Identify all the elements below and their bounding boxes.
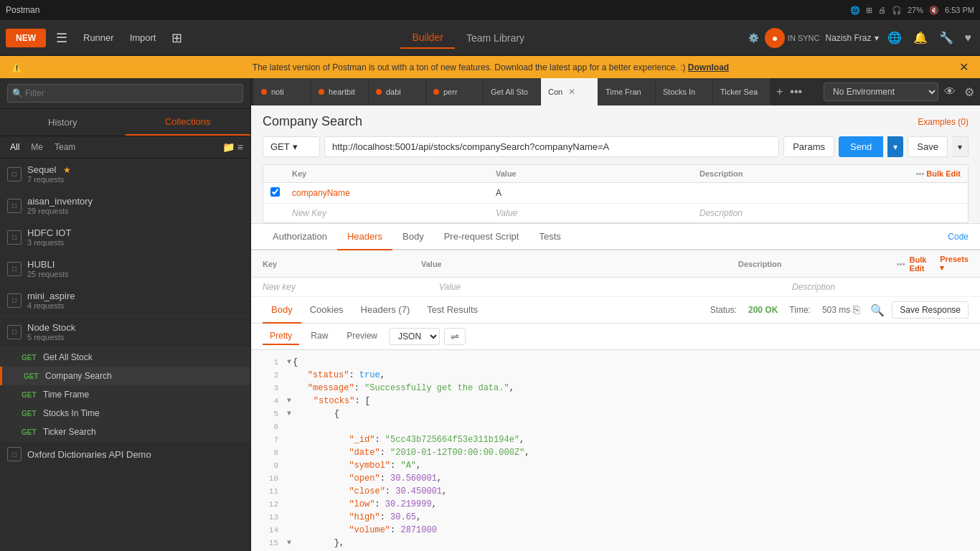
param-checkbox[interactable] [270, 187, 280, 197]
json-line: 12 "low": 30.219999, [251, 498, 980, 511]
save-button[interactable]: Save [908, 136, 948, 157]
clock: 6:53 PM [945, 6, 974, 14]
raw-view-button[interactable]: Raw [303, 328, 335, 345]
wrap-button[interactable]: ⇌ [444, 328, 466, 345]
collection-item-oxford[interactable]: □ Oxford Dictionaries API Demo [0, 441, 250, 468]
send-button[interactable]: Send [839, 136, 883, 157]
collection-item-sequel[interactable]: □ Sequel ★ 7 requests [0, 159, 250, 190]
request-item-get-all-stock[interactable]: GET Get All Stock [0, 348, 250, 367]
team-library-tab[interactable]: Team Library [455, 27, 536, 49]
env-settings-button[interactable]: ⚙ [961, 83, 977, 102]
tab-dabi[interactable]: dabi [369, 78, 426, 105]
history-tab[interactable]: History [0, 109, 126, 136]
sidebar-tabs: History Collections [0, 109, 250, 136]
collection-item-node-stock[interactable]: □ Node Stock 5 requests [0, 316, 250, 348]
url-input[interactable] [324, 136, 779, 157]
tab-label: perr [443, 88, 458, 96]
sync-button[interactable]: ● IN SYNC [765, 28, 820, 48]
pretty-view-button[interactable]: Pretty [263, 328, 299, 345]
collection-item-mini-aspire[interactable]: □ mini_aspire 4 requests [0, 285, 250, 316]
tabs-bar: noti heartbit dabi perr Get All Sto Con … [251, 78, 980, 105]
request-title: Company Search [263, 114, 362, 129]
tab-noti[interactable]: noti [254, 78, 311, 105]
copy-response-button[interactable]: ⎘ [850, 301, 863, 319]
app-title: Postman [6, 5, 39, 15]
tab-con[interactable]: Con ✕ [541, 78, 598, 105]
collection-item-hubli[interactable]: □ HUBLI 25 requests [0, 253, 250, 285]
add-collection-button[interactable]: 📁 [222, 141, 235, 153]
filter-input[interactable] [7, 84, 243, 103]
request-item-company-search[interactable]: GET Company Search [0, 367, 250, 385]
help-icon[interactable]: 🔧 [936, 28, 956, 47]
headers-tab[interactable]: Headers [337, 224, 392, 250]
tab-heartbit[interactable]: heartbit [311, 78, 369, 105]
send-dropdown-button[interactable]: ▾ [887, 136, 903, 157]
format-selector[interactable]: JSON [389, 328, 440, 345]
globe-icon[interactable]: 🌐 [885, 28, 905, 47]
request-item-time-frame[interactable]: GET Time Frame [0, 385, 250, 404]
sidebar: 🔍 History Collections All Me Team 📁 ≡ [0, 78, 251, 551]
add-tab-button[interactable]: + [773, 84, 786, 100]
more-tabs-button[interactable]: ••• [787, 84, 805, 100]
method-selector[interactable]: GET ▾ [263, 136, 320, 157]
bulk-edit-link[interactable]: Bulk Edit [926, 169, 961, 178]
request-section-tabs: Authorization Headers Body Pre-request S… [251, 224, 980, 250]
tab-ticker-sea[interactable]: Ticker Sea [713, 78, 771, 105]
download-link[interactable]: Download [688, 62, 729, 72]
body-tab[interactable]: Body [392, 224, 434, 250]
filter-all-button[interactable]: All [7, 141, 22, 154]
builder-tab[interactable]: Builder [400, 27, 455, 49]
params-button[interactable]: Params [783, 136, 834, 157]
collections-tab[interactable]: Collections [126, 109, 251, 136]
request-title-bar: Company Search Examples (0) [263, 114, 969, 129]
response-cookies-tab[interactable]: Cookies [301, 297, 352, 324]
heart-icon[interactable]: ♥ [962, 29, 975, 47]
star-icon: ★ [63, 165, 71, 175]
bell-icon[interactable]: 🔔 [910, 28, 930, 47]
workspace-button[interactable]: ⊞ [166, 27, 188, 49]
new-button[interactable]: NEW [6, 29, 46, 47]
json-line: 11 "close": 30.450001, [251, 485, 980, 498]
presets-button[interactable]: Presets ▾ [940, 255, 969, 273]
save-dropdown-button[interactable]: ▾ [952, 136, 969, 157]
prerequest-tab[interactable]: Pre-request Script [434, 224, 529, 250]
import-button[interactable]: Import [124, 29, 162, 46]
tab-get-all-sto[interactable]: Get All Sto [484, 78, 541, 105]
headers-bulk-edit-link[interactable]: Bulk Edit [910, 255, 936, 273]
status-label: Status: [710, 305, 737, 315]
examples-link[interactable]: Examples (0) [918, 117, 969, 127]
chevron-down-icon: ▾ [875, 33, 879, 43]
sidebar-toggle-button[interactable]: ☰ [50, 27, 73, 49]
search-response-button[interactable]: 🔍 [867, 301, 887, 320]
code-link[interactable]: Code [948, 232, 969, 242]
collection-item-hdfc[interactable]: □ HDFC IOT 3 requests [0, 222, 250, 253]
collection-item-aisan[interactable]: □ aisan_inventory 29 requests [0, 190, 250, 222]
filter-me-button[interactable]: Me [28, 141, 46, 154]
save-response-button[interactable]: Save Response [892, 301, 969, 319]
filter-team-button[interactable]: Team [52, 141, 78, 154]
tests-tab[interactable]: Tests [529, 224, 570, 250]
request-item-ticker-search[interactable]: GET Ticker Search [0, 423, 250, 441]
response-test-tab[interactable]: Test Results [418, 297, 486, 324]
tab-perr[interactable]: perr [426, 78, 484, 105]
tab-label: Get All Sto [491, 88, 528, 96]
environment-selector[interactable]: No Environment [824, 83, 938, 101]
tab-close-button[interactable]: ✕ [567, 87, 577, 97]
sort-button[interactable]: ≡ [237, 141, 243, 153]
tab-stocks-in[interactable]: Stocks In [656, 78, 713, 105]
user-button[interactable]: Nazish Fraz ▾ [825, 33, 878, 43]
preview-view-button[interactable]: Preview [339, 328, 385, 345]
settings-icon[interactable]: ⚙️ [748, 33, 759, 43]
env-eye-button[interactable]: 👁 [941, 83, 958, 101]
status-value: 200 OK [748, 305, 778, 315]
tab-time-fran[interactable]: Time Fran [598, 78, 656, 105]
response-headers-tab[interactable]: Headers (7) [352, 297, 419, 324]
json-line: 9 "symbol": "A", [251, 459, 980, 472]
authorization-tab[interactable]: Authorization [263, 224, 337, 250]
request-item-stocks-in-time[interactable]: GET Stocks In Time [0, 404, 250, 423]
notification-close-button[interactable]: ✕ [959, 60, 969, 74]
runner-button[interactable]: Runner [77, 29, 120, 46]
param-row-companyname: companyName A [263, 183, 968, 204]
response-body-tab[interactable]: Body [263, 297, 301, 324]
request-area: Company Search Examples (0) GET ▾ Params… [251, 105, 980, 224]
